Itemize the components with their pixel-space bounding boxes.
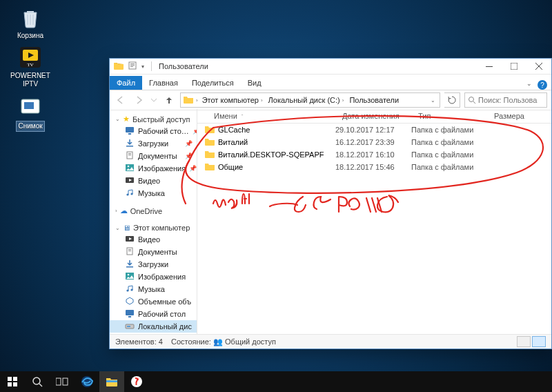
svg-point-32 xyxy=(130,288,132,291)
recycle-bin[interactable]: Корзина xyxy=(8,6,52,41)
title-bar[interactable]: ▾ Пользователи xyxy=(110,59,551,75)
task-view-button[interactable] xyxy=(50,371,75,392)
svg-rect-26 xyxy=(128,249,131,250)
svg-rect-44 xyxy=(56,378,61,385)
folder-icon xyxy=(204,150,215,159)
quick-item-1[interactable]: Загрузки📌 xyxy=(110,137,197,150)
iptv-icon: TV xyxy=(19,46,42,69)
file-row-2[interactable]: Виталий.DESKTOP-SQEPAPF18.12.2017 16:10П… xyxy=(197,148,551,161)
crumb-sep-icon[interactable]: › xyxy=(195,97,199,104)
folder-icon xyxy=(114,61,124,71)
svg-rect-28 xyxy=(126,266,133,268)
svg-point-22 xyxy=(126,193,128,195)
qat-dropdown-icon[interactable]: ▾ xyxy=(141,63,144,70)
close-button[interactable] xyxy=(526,59,551,74)
status-state: Состояние: 👥 Общий доступ xyxy=(171,337,276,346)
svg-rect-10 xyxy=(486,66,493,67)
search-button[interactable] xyxy=(25,371,50,392)
yandex-button[interactable] xyxy=(124,371,149,392)
file-row-1[interactable]: Виталий16.12.2017 23:39Папка с файлами xyxy=(197,136,551,148)
crumb-0[interactable]: Этот компьютер› xyxy=(199,96,266,104)
svg-rect-9 xyxy=(130,66,133,67)
ribbon-tabs: Файл Главная Поделиться Вид ⌄ ? xyxy=(110,75,551,90)
addr-dropdown-icon[interactable]: ⌄ xyxy=(428,97,438,104)
svg-rect-40 xyxy=(13,377,17,381)
svg-rect-39 xyxy=(8,377,12,381)
tab-share[interactable]: Поделиться xyxy=(185,76,241,90)
snip-icon xyxy=(19,95,42,119)
edge-button[interactable] xyxy=(75,371,99,392)
pin-icon: 📌 xyxy=(185,153,193,159)
nav-row: › Этот компьютер› Локальный диск (C:)› П… xyxy=(110,90,551,110)
view-large-button[interactable] xyxy=(532,336,546,347)
file-row-3[interactable]: Общие18.12.2017 15:46Папка с файлами xyxy=(197,161,551,173)
crumb-1[interactable]: Локальный диск (C:)› xyxy=(266,96,347,104)
sort-asc-icon: ˆ xyxy=(241,113,244,119)
svg-text:TV: TV xyxy=(27,62,33,68)
file-row-0[interactable]: GLCache29.10.2017 12:17Папка с файлами xyxy=(197,124,551,136)
tab-home[interactable]: Главная xyxy=(142,76,185,90)
recycle-bin-icon xyxy=(19,6,42,29)
svg-rect-34 xyxy=(128,316,131,317)
file-list[interactable]: Имениˆ Дата изменения Тип Размера GLCach… xyxy=(197,109,551,335)
quick-access-header[interactable]: ⌄★Быстрый доступ xyxy=(110,113,197,125)
pin-icon: 📌 xyxy=(185,140,193,147)
pin-icon: 📌 xyxy=(193,128,197,135)
desktop[interactable]: Корзина TV POWERNET IPTV Снимок ▾ Пользо… xyxy=(0,0,552,392)
folder-icon xyxy=(204,162,215,172)
minimize-button[interactable] xyxy=(477,59,502,74)
thispc-header[interactable]: ⌄🖥Этот компьютер xyxy=(110,222,197,233)
back-button[interactable] xyxy=(114,93,128,107)
iptv-shortcut[interactable]: TV POWERNET IPTV xyxy=(8,46,52,89)
quick-item-4[interactable]: Видео xyxy=(110,175,197,187)
thispc-item-0[interactable]: Видео xyxy=(110,233,197,246)
folder-icon xyxy=(204,125,215,135)
thispc-item-2[interactable]: Загрузки xyxy=(110,258,197,271)
thispc-item-1[interactable]: Документы xyxy=(110,246,197,258)
ribbon-help-icon[interactable]: ? xyxy=(538,80,547,90)
history-button[interactable] xyxy=(150,93,158,107)
column-headers[interactable]: Имениˆ Дата изменения Тип Размера xyxy=(197,109,551,124)
up-button[interactable] xyxy=(162,93,176,107)
svg-rect-47 xyxy=(106,380,117,382)
svg-point-30 xyxy=(128,274,130,276)
thispc-item-7[interactable]: Локальный дис xyxy=(110,320,197,333)
quick-item-2[interactable]: Документы📌 xyxy=(110,150,197,162)
quick-item-0[interactable]: Рабочий сто…📌 xyxy=(110,125,197,137)
thispc-item-3[interactable]: Изображения xyxy=(110,271,197,283)
thispc-item-6[interactable]: Рабочий стол xyxy=(110,308,197,320)
svg-rect-41 xyxy=(8,382,12,386)
svg-rect-27 xyxy=(128,251,131,251)
maximize-button[interactable] xyxy=(502,59,526,74)
svg-point-20 xyxy=(128,166,130,168)
qat-props-icon[interactable] xyxy=(128,61,137,71)
forward-button[interactable] xyxy=(132,93,146,107)
quick-item-3[interactable]: Изображения📌 xyxy=(110,162,197,175)
svg-rect-33 xyxy=(126,310,134,315)
address-bar[interactable]: › Этот компьютер› Локальный диск (C:)› П… xyxy=(180,92,440,108)
quick-item-5[interactable]: Музыка xyxy=(110,187,197,199)
svg-rect-7 xyxy=(130,63,135,64)
explorer-button[interactable] xyxy=(99,371,124,392)
thispc-item-5[interactable]: Объемные объ xyxy=(110,295,197,308)
taskbar[interactable] xyxy=(0,371,552,392)
snip-shortcut[interactable]: Снимок xyxy=(8,95,52,132)
svg-rect-18 xyxy=(128,155,131,155)
svg-rect-11 xyxy=(511,63,518,70)
svg-rect-36 xyxy=(127,326,130,327)
search-input[interactable]: Поиск: Пользова xyxy=(464,92,547,108)
status-bar: Элементов: 4 Состояние: 👥 Общий доступ xyxy=(110,334,551,349)
ribbon-expand-icon[interactable]: ⌄ xyxy=(526,80,532,90)
view-details-button[interactable] xyxy=(517,336,531,347)
thispc-item-4[interactable]: Музыка xyxy=(110,283,197,295)
status-item-count: Элементов: 4 xyxy=(115,337,163,346)
tab-file[interactable]: Файл xyxy=(110,76,142,90)
svg-point-23 xyxy=(130,193,132,195)
start-button[interactable] xyxy=(0,371,25,392)
svg-rect-14 xyxy=(128,133,131,135)
nav-pane[interactable]: ⌄★Быстрый доступ Рабочий сто…📌Загрузки📌Д… xyxy=(110,109,197,335)
onedrive-header[interactable]: ›☁OneDrive xyxy=(110,205,197,217)
crumb-2[interactable]: Пользователи xyxy=(346,96,402,104)
tab-view[interactable]: Вид xyxy=(241,76,268,90)
refresh-button[interactable] xyxy=(444,92,460,108)
